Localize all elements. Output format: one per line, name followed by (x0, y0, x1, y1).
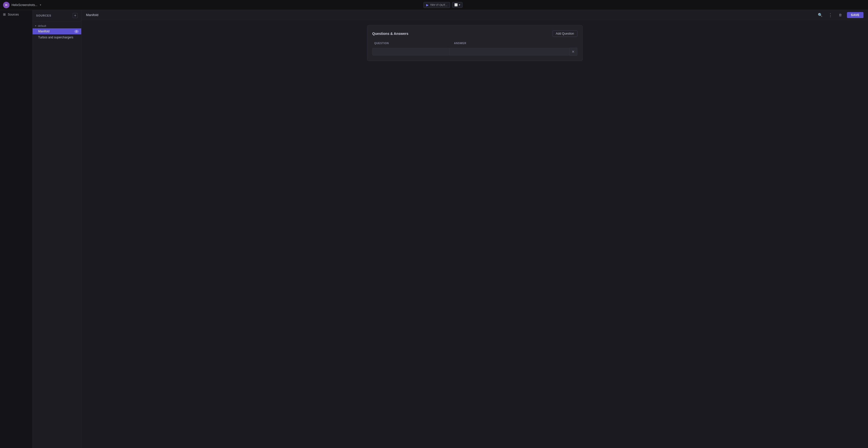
search-icon: 🔍 (818, 13, 823, 17)
group-chevron-icon: ▾ (35, 25, 36, 27)
answer-input[interactable] (449, 48, 569, 55)
source-turbos-label: Turbos and superchargers (38, 36, 73, 39)
avatar: H (3, 2, 9, 8)
top-bar-left: H HelixScreenshots... ▾ (3, 2, 41, 8)
qa-card-title: Questions & Answers (372, 32, 408, 36)
default-group-header[interactable]: ▾ default (33, 23, 81, 28)
content-header: Manifold 🔍 ⋮ 🗑 SAVE (82, 10, 868, 20)
answer-column-header: ANSWER (452, 41, 578, 46)
qa-card: Questions & Answers Add Question QUESTIO… (367, 25, 583, 61)
chevron-down-icon[interactable]: ▾ (40, 3, 41, 6)
question-column-header: QUESTION (372, 41, 452, 46)
default-group: ▾ default Manifold 0 Turbos and supercha… (33, 21, 81, 42)
device-icon: ⬜ (454, 3, 458, 6)
source-item-manifold[interactable]: Manifold 0 (33, 28, 81, 34)
save-button[interactable]: SAVE (847, 12, 864, 18)
sources-panel-header: SOURCES + (33, 10, 81, 21)
qa-table-header: QUESTION ANSWER (372, 41, 578, 46)
left-sidebar: ⊞ Sources (0, 10, 33, 448)
header-actions: 🔍 ⋮ 🗑 SAVE (817, 11, 864, 19)
try-it-out-button[interactable]: ▶ TRY IT OUT... (424, 2, 450, 8)
device-chevron-icon: ▾ (459, 3, 460, 6)
delete-button[interactable]: 🗑 (837, 11, 844, 19)
main-content: Questions & Answers Add Question QUESTIO… (82, 20, 868, 448)
sources-panel-title: SOURCES (36, 14, 52, 17)
top-bar-center: ▶ TRY IT OUT... ⬜ ▾ (424, 2, 462, 8)
top-bar: H HelixScreenshots... ▾ ▶ TRY IT OUT... … (0, 0, 868, 10)
app-title: HelixScreenshots... (11, 3, 37, 7)
sources-panel: SOURCES + ▾ default Manifold 0 Turbos an… (33, 10, 82, 448)
source-manifold-label: Manifold (38, 30, 50, 33)
question-input[interactable] (372, 48, 450, 55)
play-icon: ▶ (426, 3, 429, 7)
qa-card-header: Questions & Answers Add Question (372, 30, 578, 37)
more-icon: ⋮ (828, 12, 832, 18)
add-question-button[interactable]: Add Question (553, 30, 578, 37)
delete-qa-row-button[interactable]: ✕ (569, 48, 578, 56)
sidebar-sources-label: Sources (8, 13, 19, 16)
close-icon: ✕ (571, 50, 575, 54)
folder-icon: ⊞ (3, 12, 6, 16)
source-item-turbos[interactable]: Turbos and superchargers (33, 34, 81, 40)
sidebar-item-sources[interactable]: ⊞ Sources (0, 10, 32, 19)
content-area: Manifold 🔍 ⋮ 🗑 SAVE Questions & Answers (82, 10, 868, 448)
trash-icon: 🗑 (839, 13, 842, 17)
qa-row: ✕ (372, 48, 578, 56)
add-source-button[interactable]: + (73, 13, 78, 18)
search-button[interactable]: 🔍 (817, 11, 824, 19)
try-it-out-label: TRY IT OUT... (430, 3, 447, 6)
more-options-button[interactable]: ⋮ (827, 11, 834, 19)
default-group-label: default (38, 24, 46, 27)
main-layout: ⊞ Sources SOURCES + ▾ default Manifold 0… (0, 10, 868, 448)
source-manifold-badge: 0 (74, 30, 79, 33)
content-title: Manifold (86, 13, 98, 17)
device-button[interactable]: ⬜ ▾ (452, 2, 463, 8)
